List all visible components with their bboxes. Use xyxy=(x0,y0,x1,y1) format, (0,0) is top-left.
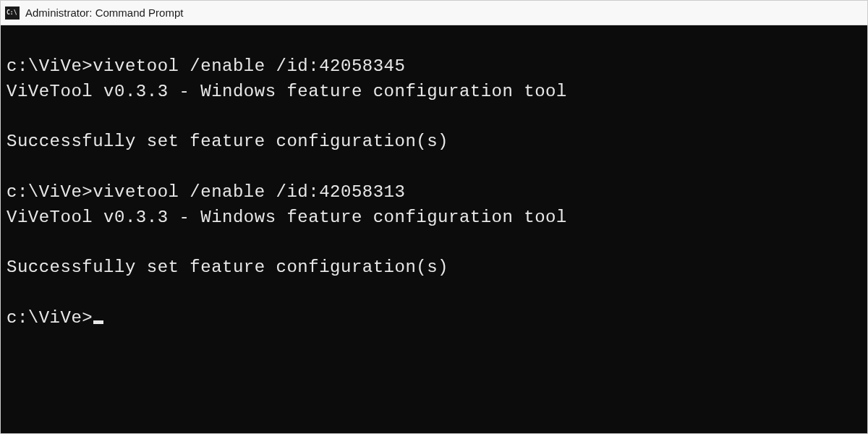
terminal-output-line: Successfully set feature configuration(s… xyxy=(7,255,861,281)
terminal-blank-line xyxy=(7,155,861,180)
window-title: Administrator: Command Prompt xyxy=(25,7,183,19)
command-text: vivetool /enable /id:42058345 xyxy=(93,56,405,76)
cursor-icon xyxy=(93,320,103,324)
terminal-output-line: ViVeTool v0.3.3 - Windows feature config… xyxy=(7,80,861,105)
command-prompt-window: Administrator: Command Prompt c:\ViVe>vi… xyxy=(0,0,868,434)
terminal-current-prompt[interactable]: c:\ViVe> xyxy=(7,306,861,331)
cmd-icon xyxy=(5,7,20,20)
window-titlebar[interactable]: Administrator: Command Prompt xyxy=(1,1,867,25)
command-text: vivetool /enable /id:42058313 xyxy=(93,182,405,202)
terminal-blank-line xyxy=(7,281,861,306)
prompt-text: c:\ViVe> xyxy=(7,182,93,202)
prompt-text: c:\ViVe> xyxy=(7,308,93,328)
prompt-text: c:\ViVe> xyxy=(7,56,93,76)
terminal-output-area[interactable]: c:\ViVe>vivetool /enable /id:42058345ViV… xyxy=(1,25,867,433)
terminal-command-line: c:\ViVe>vivetool /enable /id:42058313 xyxy=(7,180,861,205)
terminal-command-line: c:\ViVe>vivetool /enable /id:42058345 xyxy=(7,54,861,80)
terminal-output-line: ViVeTool v0.3.3 - Windows feature config… xyxy=(7,205,861,231)
terminal-output-line: Successfully set feature configuration(s… xyxy=(7,129,861,155)
terminal-output-line xyxy=(7,105,861,130)
terminal-output-line xyxy=(7,231,861,256)
